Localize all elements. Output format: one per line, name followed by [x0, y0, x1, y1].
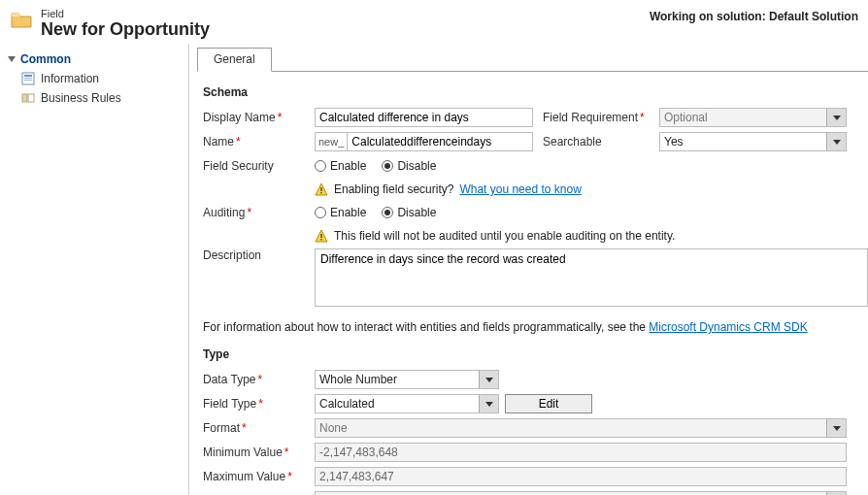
- field-security-link[interactable]: What you need to know: [459, 182, 581, 196]
- label-field-security: Field Security: [203, 159, 315, 173]
- svg-rect-6: [320, 187, 321, 191]
- label-auditing: Auditing*: [203, 206, 315, 219]
- data-type-select[interactable]: Whole Number: [315, 370, 499, 389]
- radio-icon: [315, 207, 326, 218]
- solution-context: Working on solution: Default Solution: [650, 10, 858, 23]
- sidebar-item-label: Information: [41, 72, 99, 85]
- sdk-link[interactable]: Microsoft Dynamics CRM SDK: [649, 320, 807, 334]
- folder-icon: [10, 8, 33, 31]
- section-type: Type: [203, 347, 868, 361]
- format-select[interactable]: None: [315, 418, 847, 438]
- header-text: Field New for Opportunity: [41, 8, 650, 40]
- field-security-radio-group: Enable Disable: [315, 159, 436, 173]
- sidebar-group-common[interactable]: Common: [0, 50, 188, 69]
- svg-rect-9: [320, 239, 321, 240]
- label-name: Name*: [203, 135, 315, 148]
- warning-icon: [315, 182, 328, 196]
- label-field-requirement: Field Requirement*: [543, 111, 659, 124]
- form-icon: [21, 72, 35, 85]
- label-min-value: Minimum Value*: [203, 446, 315, 459]
- header-title: New for Opportunity: [41, 19, 650, 40]
- warning-icon: [315, 229, 328, 243]
- tab-strip: General: [197, 48, 868, 72]
- field-security-enable[interactable]: Enable: [315, 159, 366, 173]
- sidebar: Common Information Business Rules: [0, 44, 189, 495]
- section-schema: Schema: [203, 85, 868, 99]
- auditing-hint: This field will not be audited until you…: [315, 229, 868, 243]
- page-header: Field New for Opportunity Working on sol…: [0, 0, 868, 44]
- field-security-hint: Enabling field security? What you need t…: [315, 182, 868, 196]
- sdk-hint: For information about how to interact wi…: [203, 320, 868, 334]
- sidebar-item-business-rules[interactable]: Business Rules: [0, 88, 188, 108]
- auditing-enable[interactable]: Enable: [315, 206, 366, 219]
- label-format: Format*: [203, 421, 315, 435]
- header-sub: Field: [41, 8, 650, 19]
- field-requirement-select[interactable]: Optional: [659, 108, 847, 127]
- ime-mode-select[interactable]: auto: [315, 491, 847, 495]
- label-field-type: Field Type*: [203, 397, 315, 411]
- svg-rect-8: [320, 234, 321, 238]
- label-data-type: Data Type*: [203, 373, 315, 386]
- field-security-disable[interactable]: Disable: [382, 159, 436, 173]
- chevron-down-icon: [479, 371, 498, 388]
- auditing-radio-group: Enable Disable: [315, 206, 436, 219]
- tab-general[interactable]: General: [197, 48, 272, 72]
- name-input[interactable]: [347, 132, 533, 151]
- svg-rect-1: [24, 75, 32, 77]
- min-value-input[interactable]: [315, 443, 847, 462]
- collapse-icon: [8, 56, 16, 62]
- svg-rect-4: [22, 94, 27, 102]
- svg-rect-3: [24, 80, 32, 81]
- label-description: Description: [203, 248, 315, 262]
- auditing-disable[interactable]: Disable: [382, 206, 436, 219]
- radio-icon: [382, 160, 393, 172]
- display-name-input[interactable]: [315, 108, 533, 127]
- searchable-select[interactable]: Yes: [659, 132, 847, 151]
- radio-icon: [382, 207, 393, 218]
- rules-icon: [21, 91, 35, 105]
- svg-rect-2: [24, 78, 32, 79]
- chevron-down-icon: [826, 419, 846, 437]
- label-max-value: Maximum Value*: [203, 470, 315, 483]
- chevron-down-icon: [826, 133, 846, 150]
- sidebar-group-label: Common: [20, 52, 71, 66]
- main-panel: General Schema Display Name* Field Requi…: [189, 44, 868, 495]
- chevron-down-icon: [826, 109, 846, 126]
- max-value-input[interactable]: [315, 467, 847, 486]
- radio-icon: [315, 160, 326, 172]
- field-type-select[interactable]: Calculated: [315, 394, 499, 413]
- description-input[interactable]: [315, 248, 868, 307]
- sidebar-item-information[interactable]: Information: [0, 69, 188, 88]
- sidebar-item-label: Business Rules: [41, 91, 121, 105]
- label-searchable: Searchable: [543, 135, 659, 148]
- svg-rect-5: [28, 94, 34, 102]
- svg-rect-7: [320, 192, 321, 193]
- label-display-name: Display Name*: [203, 111, 315, 124]
- name-prefix: new_: [315, 132, 347, 151]
- edit-button[interactable]: Edit: [505, 394, 592, 413]
- chevron-down-icon: [479, 395, 498, 412]
